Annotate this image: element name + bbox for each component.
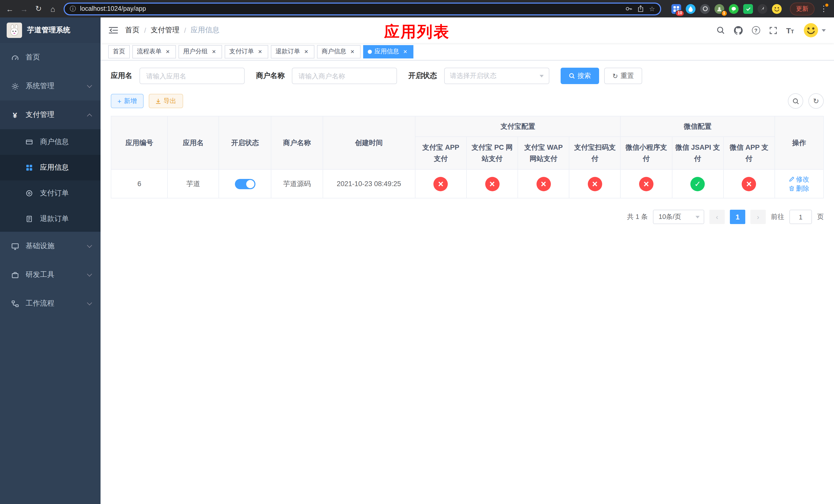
browser-home-icon[interactable]: ⌂ (46, 2, 60, 15)
cell-merchant: 芋道源码 (271, 169, 323, 198)
sidebar-item-label: 商户信息 (40, 137, 69, 147)
sidebar-item-infra[interactable]: 基础设施 (0, 232, 101, 260)
col-wx-mini: 微信小程序支付 (621, 137, 672, 169)
tab-app-info[interactable]: 应用信息× (363, 45, 413, 58)
browser-reload-icon[interactable]: ↻ (32, 2, 45, 15)
bookmark-star-icon[interactable]: ☆ (649, 5, 655, 13)
sidebar-item-payment[interactable]: ¥ 支付管理 (0, 100, 101, 129)
goto-page-input[interactable] (789, 210, 812, 224)
tab-process-form[interactable]: 流程表单× (132, 45, 176, 58)
extension-square-icon[interactable] (743, 4, 753, 14)
extension-pin-icon[interactable] (758, 4, 767, 14)
tab-label: 商户信息 (322, 47, 346, 56)
sidebar-item-home[interactable]: 首页 (0, 43, 101, 72)
sidebar-item-label: 应用信息 (40, 163, 69, 172)
browser-back-icon[interactable]: ← (3, 2, 16, 15)
enabled-toggle[interactable] (235, 179, 256, 189)
browser-update-button[interactable]: 更新 (790, 2, 814, 15)
sidebar-toggle-icon[interactable] (109, 26, 118, 35)
delete-link[interactable]: 删除 (789, 184, 809, 193)
reset-button[interactable]: ↻ 重置 (604, 68, 642, 84)
password-key-icon[interactable] (626, 5, 633, 12)
font-size-icon[interactable]: TT (786, 26, 794, 34)
tab-refund-orders[interactable]: 退款订单× (271, 45, 314, 58)
edit-link[interactable]: 修改 (789, 175, 809, 184)
app-name-input[interactable] (139, 68, 245, 84)
prev-page-button[interactable]: ‹ (709, 210, 725, 224)
status-alipay-pc-icon (485, 177, 499, 191)
status-alipay-wap-icon (536, 177, 551, 191)
extension-grid-icon[interactable]: 10 (672, 4, 681, 14)
search-button-label: 搜索 (577, 71, 591, 81)
help-icon[interactable]: ? (752, 26, 760, 35)
search-icon[interactable] (716, 26, 724, 35)
sidebar-item-pay-orders[interactable]: 支付订单 (0, 181, 101, 206)
sidebar-item-workflow[interactable]: 工作流程 (0, 289, 101, 318)
toolbox-icon (10, 271, 20, 279)
app-title: 芋道管理系统 (27, 26, 70, 35)
close-icon[interactable]: × (402, 48, 409, 55)
sidebar-item-app-info[interactable]: 应用信息 (0, 155, 101, 181)
breadcrumb-payment[interactable]: 支付管理 (151, 26, 179, 35)
chevron-down-icon (88, 245, 91, 247)
close-icon[interactable]: × (303, 48, 310, 55)
browser-forward-icon[interactable]: → (18, 2, 31, 15)
workflow-icon (10, 300, 20, 307)
status-alipay-app-icon (434, 177, 448, 191)
sidebar-item-merchant-info[interactable]: 商户信息 (0, 129, 101, 155)
close-icon[interactable]: × (349, 48, 356, 55)
tab-pay-orders[interactable]: 支付订单× (225, 45, 268, 58)
share-icon[interactable] (638, 5, 644, 12)
breadcrumb-current: 应用信息 (191, 26, 220, 35)
add-button-label: 新增 (124, 97, 137, 105)
user-avatar[interactable] (803, 23, 826, 38)
close-icon[interactable]: × (210, 48, 218, 55)
close-icon[interactable]: × (257, 48, 264, 55)
chevron-down-icon (88, 302, 91, 304)
col-wx-jsapi: 微信 JSAPI 支付 (672, 137, 723, 169)
page-1-button[interactable]: 1 (730, 210, 745, 224)
sidebar-item-system[interactable]: 系统管理 (0, 72, 101, 100)
tab-home[interactable]: 首页 (108, 45, 130, 58)
merchant-name-input[interactable] (292, 68, 397, 84)
extension-circle-icon[interactable] (700, 4, 710, 14)
app-logo[interactable]: 芋道管理系统 (0, 18, 101, 43)
extension-wechat-icon[interactable] (729, 4, 739, 14)
next-page-button[interactable]: › (750, 210, 766, 224)
extension-avatar-icon[interactable]: 1 (715, 4, 724, 14)
refresh-table-button[interactable]: ↻ (808, 93, 824, 109)
sidebar-item-label: 工作流程 (26, 299, 54, 308)
search-form: 应用名 商户名称 开启状态 请选择开启状态 (111, 68, 824, 84)
export-button[interactable]: 导出 (149, 94, 183, 108)
table-toolbar: + 新增 导出 ↻ (111, 93, 824, 109)
toggle-search-button[interactable] (788, 93, 803, 109)
github-icon[interactable] (734, 26, 743, 35)
site-info-icon[interactable]: ⓘ (70, 4, 76, 13)
col-app-name: 应用名 (168, 116, 219, 169)
page-size-select[interactable]: 10条/页 (653, 210, 704, 224)
address-bar[interactable]: ⓘ localhost:1024/pay/app ☆ (64, 2, 661, 15)
status-label: 开启状态 (408, 71, 437, 81)
font-size-large-glyph: T (786, 26, 791, 34)
extension-emoji-icon[interactable] (772, 4, 782, 14)
breadcrumb-separator: / (144, 26, 146, 35)
status-wx-app-icon (742, 177, 756, 191)
extension-drop-icon[interactable] (686, 4, 696, 14)
tab-merchant-info[interactable]: 商户信息× (317, 45, 360, 58)
status-select[interactable]: 请选择开启状态 (444, 68, 549, 84)
breadcrumb-home[interactable]: 首页 (125, 26, 139, 35)
browser-menu-kebab-icon[interactable]: ⋮ (819, 3, 829, 15)
col-app-id: 应用编号 (111, 116, 168, 169)
top-navbar: 首页 / 支付管理 / 应用信息 ? (101, 18, 834, 43)
search-button[interactable]: 搜索 (561, 68, 599, 84)
sidebar-item-dev-tools[interactable]: 研发工具 (0, 260, 101, 289)
close-icon[interactable]: × (164, 48, 171, 55)
add-button[interactable]: + 新增 (111, 94, 144, 108)
tab-user-group[interactable]: 用户分组× (178, 45, 222, 58)
col-group-wechat: 微信配置 (621, 116, 775, 137)
font-size-small-glyph: T (791, 29, 794, 34)
sidebar: 芋道管理系统 首页 系统管理 ¥ 支付管理 (0, 18, 101, 504)
fullscreen-icon[interactable] (769, 26, 777, 34)
chevron-up-icon (88, 112, 91, 118)
sidebar-item-refund-orders[interactable]: 退款订单 (0, 206, 101, 232)
